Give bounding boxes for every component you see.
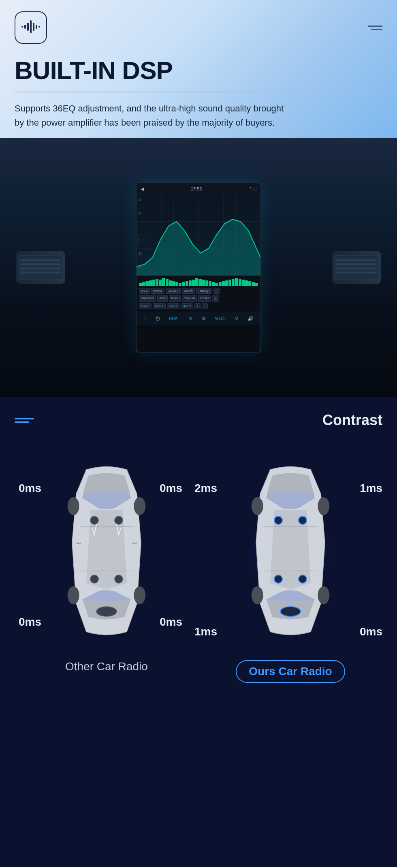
svg-point-55 bbox=[318, 497, 329, 515]
dsp-bottom-bar: ⌂ ⏻ DUAL ❄ ≋ AUTO ↺ 🔊 bbox=[137, 312, 260, 325]
svg-point-43 bbox=[134, 586, 145, 604]
top-bar bbox=[15, 11, 382, 44]
dsp-status-bar: ◀ 17:55 ⌃ □ bbox=[137, 183, 260, 195]
description-text: Supports 36EQ adjustment, and the ultra-… bbox=[15, 101, 290, 130]
contrast-title: Contrast bbox=[322, 412, 382, 429]
dsp-btn-jazz[interactable]: Jazz bbox=[157, 295, 168, 302]
svg-rect-9 bbox=[20, 263, 61, 265]
page-title: BUILT-IN DSP bbox=[15, 57, 382, 84]
dsp-btn-srs[interactable]: SRS® bbox=[182, 288, 195, 294]
power-icon[interactable]: ⏻ bbox=[155, 316, 160, 321]
dsp-btn-plus[interactable]: + bbox=[194, 303, 201, 309]
dsp-btn-reset[interactable]: Reset bbox=[198, 295, 211, 302]
dsp-time: 17:55 bbox=[191, 186, 202, 191]
dsp-btn-through[interactable]: Through bbox=[196, 288, 212, 294]
dsp-btn-dots[interactable]: •• bbox=[213, 288, 220, 294]
dsp-btn-popular[interactable]: Popular bbox=[182, 295, 197, 302]
svg-rect-3 bbox=[24, 25, 26, 29]
dsp-buttons-row-2: Classical Jazz Rock Popular Reset ⓘ bbox=[139, 295, 258, 302]
nav-icon[interactable]: ↺ bbox=[235, 316, 239, 321]
dsp-btn-user3[interactable]: User3 bbox=[167, 303, 179, 309]
hamburger-menu-icon[interactable] bbox=[368, 26, 382, 30]
svg-text:10: 10 bbox=[138, 211, 141, 215]
title-divider bbox=[15, 92, 382, 92]
dsp-btn-info[interactable]: ⓘ bbox=[212, 295, 219, 302]
svg-rect-10 bbox=[20, 267, 61, 269]
dsp-btn-user2[interactable]: User2 bbox=[153, 303, 165, 309]
svg-text:-10: -10 bbox=[138, 251, 143, 256]
dsp-eq-controls: cIES WWW DOLBY SRS® Through •• Classical… bbox=[137, 276, 260, 312]
svg-point-60 bbox=[274, 575, 282, 583]
logo-box bbox=[15, 11, 47, 44]
svg-text:0: 0 bbox=[138, 238, 140, 242]
svg-point-41 bbox=[134, 497, 145, 515]
dsp-graph-area: 20 10 0 -10 -20 bbox=[137, 195, 260, 276]
svg-point-59 bbox=[299, 516, 307, 524]
svg-rect-35 bbox=[336, 272, 377, 274]
vent-left bbox=[16, 251, 65, 284]
svg-point-58 bbox=[274, 516, 282, 524]
dsp-btn-cies[interactable]: cIES bbox=[139, 288, 150, 294]
svg-rect-1 bbox=[27, 23, 29, 31]
hero-image-section: ◀ 17:55 ⌃ □ bbox=[0, 138, 397, 397]
dsp-buttons-row-3: User1 User2 User3 User5 + − bbox=[139, 303, 258, 309]
svg-rect-6 bbox=[38, 26, 40, 28]
mode-icon[interactable]: ≋ bbox=[202, 316, 206, 321]
svg-point-44 bbox=[90, 516, 98, 524]
svg-rect-34 bbox=[336, 267, 377, 269]
contrast-header: Contrast bbox=[15, 412, 382, 429]
svg-text:20: 20 bbox=[138, 197, 141, 202]
svg-point-62 bbox=[280, 607, 301, 616]
svg-rect-33 bbox=[336, 263, 377, 265]
svg-rect-39 bbox=[132, 543, 137, 544]
dsp-btn-rock[interactable]: Rock bbox=[169, 295, 180, 302]
status-icons: ⌃ □ bbox=[249, 186, 256, 192]
ours-car-svg bbox=[246, 462, 335, 640]
svg-point-46 bbox=[90, 575, 98, 583]
dsp-screen: ◀ 17:55 ⌃ □ bbox=[136, 182, 261, 353]
svg-rect-0 bbox=[30, 20, 32, 33]
dsp-btn-dolby[interactable]: DOLBY bbox=[166, 288, 181, 294]
ours-car-label: Ours Car Radio bbox=[249, 665, 332, 678]
dsp-btn-minus[interactable]: − bbox=[202, 303, 208, 309]
svg-point-47 bbox=[115, 575, 123, 583]
dsp-buttons-row-1: cIES WWW DOLBY SRS® Through •• bbox=[139, 288, 258, 294]
svg-rect-8 bbox=[20, 259, 61, 261]
svg-point-54 bbox=[252, 497, 263, 515]
dsp-btn-user5[interactable]: User5 bbox=[181, 303, 193, 309]
svg-point-40 bbox=[68, 497, 79, 515]
header-section: BUILT-IN DSP Supports 36EQ adjustment, a… bbox=[0, 0, 397, 138]
other-car-label-container: Other Car Radio bbox=[15, 660, 198, 673]
svg-point-61 bbox=[299, 575, 307, 583]
svg-rect-32 bbox=[336, 259, 377, 261]
svg-rect-11 bbox=[20, 272, 61, 274]
ours-car-comparison: 2ms 1ms 1ms 0ms bbox=[198, 453, 382, 683]
car-interior-background: ◀ 17:55 ⌃ □ bbox=[0, 138, 397, 397]
back-arrow: ◀ bbox=[141, 186, 144, 192]
svg-point-45 bbox=[115, 516, 123, 524]
svg-rect-2 bbox=[33, 23, 34, 31]
audio-logo-icon bbox=[21, 19, 41, 36]
vol-icon[interactable]: 🔊 bbox=[248, 316, 254, 321]
snowflake-icon[interactable]: ❄ bbox=[189, 316, 193, 321]
svg-point-56 bbox=[252, 586, 263, 604]
dsp-btn-www[interactable]: WWW bbox=[151, 288, 164, 294]
home-icon[interactable]: ⌂ bbox=[143, 316, 146, 321]
svg-rect-4 bbox=[36, 25, 37, 29]
ours-car-label-button[interactable]: Ours Car Radio bbox=[236, 660, 345, 683]
dual-label: DUAL bbox=[169, 316, 180, 321]
dsp-btn-user1[interactable]: User1 bbox=[139, 303, 152, 309]
eq-bars bbox=[139, 277, 258, 286]
svg-point-42 bbox=[68, 586, 79, 604]
other-car-comparison: 0ms 0ms 0ms 0ms bbox=[15, 453, 198, 673]
dsp-btn-classical[interactable]: Classical bbox=[139, 295, 156, 302]
svg-point-57 bbox=[318, 586, 329, 604]
auto-label: AUTO bbox=[215, 316, 226, 321]
svg-point-48 bbox=[96, 607, 117, 616]
contrast-section: Contrast 0ms 0ms 0ms 0ms bbox=[0, 397, 397, 867]
other-car-label: Other Car Radio bbox=[65, 660, 148, 673]
comparison-area: 0ms 0ms 0ms 0ms bbox=[15, 453, 382, 683]
contrast-divider bbox=[15, 437, 382, 437]
contrast-icon bbox=[15, 418, 34, 423]
vent-right bbox=[332, 251, 381, 284]
